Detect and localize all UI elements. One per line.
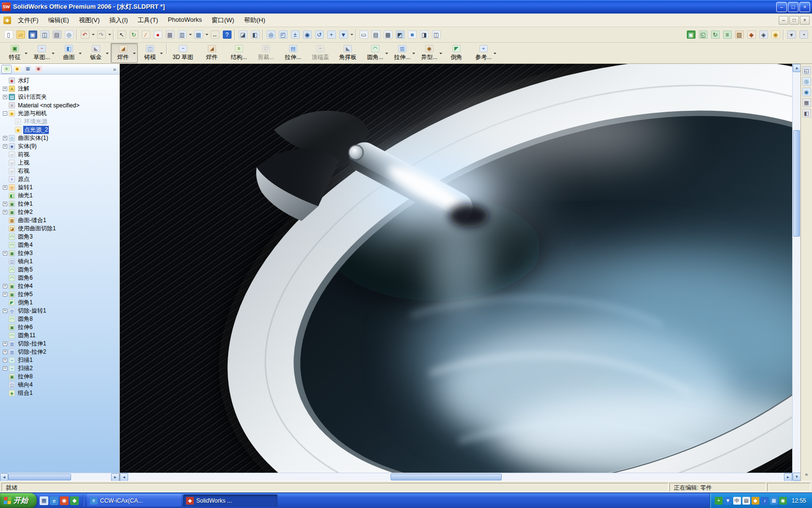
tray-item[interactable]: ▤ [742, 497, 750, 505]
scroll-track[interactable] [8, 473, 111, 481]
tree-item[interactable]: ◠ 圆角8 [1, 315, 119, 323]
redo-button[interactable]: ↷ [95, 29, 107, 41]
standard-views-button[interactable]: ▼ [337, 29, 349, 41]
tree-item[interactable]: ≡ Material <not specified> [1, 101, 119, 109]
tree-item[interactable]: + ~ 扫描2 [1, 364, 119, 373]
document-minimize-button[interactable]: – [779, 16, 788, 25]
selection-filter-button[interactable]: ▥ [176, 29, 188, 41]
end-cap-button[interactable]: ◓ 顶端盖 [308, 43, 335, 63]
menu-item-view[interactable]: 视图(V) [74, 14, 104, 27]
menu-item-photoworks[interactable]: PhotoWorks [163, 14, 207, 27]
chamfer-button[interactable]: ◤ 倒角 [444, 43, 471, 63]
tree-item[interactable]: + ▣ 拉伸4 [1, 282, 119, 290]
zoom-in-out-button[interactable]: ± [289, 29, 301, 41]
viewport-horizontal-scrollbar[interactable]: ◄ ► [120, 473, 792, 481]
features-toolbar-button[interactable]: ▣ 特征 [2, 43, 29, 63]
scroll-right-icon[interactable]: ► [111, 473, 119, 481]
tray-item[interactable]: ◉ [779, 497, 787, 505]
shaded-with-edges-button[interactable]: ◩ [394, 29, 406, 41]
tree-item[interactable]: ◠ 圆角11 [1, 331, 119, 340]
tree-item[interactable]: ▣ 拉伸8 [1, 373, 119, 381]
hidden-lines-visible-button[interactable]: ▤ [370, 29, 382, 41]
tree-item[interactable]: ◠ 圆角3 [1, 233, 119, 241]
trim-extend-button[interactable]: ∅ 剪裁... [254, 43, 281, 63]
photoworks-render-area-button[interactable]: ◱ [697, 29, 709, 41]
expand-toggle-icon[interactable]: + [3, 251, 7, 255]
tree-item[interactable]: ▱ 前视 [1, 150, 119, 159]
print-button[interactable]: ▤ [51, 29, 63, 41]
mold-tools-toolbar-button[interactable]: ◫ 铸模 [138, 43, 165, 63]
tray-item[interactable]: ▦ [770, 497, 778, 505]
hide-show-edges-button[interactable]: ◪ [237, 29, 249, 41]
photoworks-scene-button[interactable]: ▨ [733, 29, 745, 41]
texture-button[interactable]: ▩ [164, 29, 176, 41]
quick-launch-item[interactable]: ◉ [60, 496, 69, 505]
tree-item[interactable]: ◪ 使用曲面切除1 [1, 224, 119, 233]
scroll-up-icon[interactable]: ▲ [793, 64, 801, 72]
reference-geometry-button[interactable]: + 参考... [471, 43, 498, 63]
expand-toggle-icon[interactable]: + [3, 144, 7, 149]
rebuild-button[interactable]: ↻ [128, 29, 140, 41]
panel-tab[interactable]: ◉ [33, 65, 44, 74]
tree-item[interactable]: ◠ 圆角6 [1, 274, 119, 282]
panel-tab[interactable]: ◆ [12, 65, 22, 74]
tree-item[interactable]: ◉ 点光源_2 [8, 126, 119, 134]
expand-toggle-icon[interactable]: + [3, 292, 7, 297]
scroll-track[interactable] [793, 72, 800, 473]
tree-item[interactable]: + ◇ 曲面实体(1) [1, 134, 119, 142]
tree-item[interactable]: + ▣ 拉伸1 [1, 200, 119, 208]
panel-tab[interactable]: ≡ [1, 65, 12, 74]
expand-toggle-icon[interactable]: - [3, 111, 7, 116]
strip-collapse-chevron-icon[interactable]: « [805, 471, 808, 477]
rotate-view-button[interactable]: ↺ [313, 29, 325, 41]
tree-item[interactable]: ○ 环境光源 [8, 118, 119, 126]
tree-item[interactable]: + ▥ 切除-拉伸2 [1, 348, 119, 356]
pan-view-button[interactable]: + [325, 29, 337, 41]
photoworks-decals-button[interactable]: ◈ [757, 29, 769, 41]
tree-item[interactable]: + A 注解 [1, 85, 119, 93]
expand-toggle-icon[interactable]: + [3, 350, 7, 354]
expand-toggle-icon[interactable]: + [3, 136, 7, 140]
menu-item-help[interactable]: 帮助(H) [239, 14, 270, 27]
expand-toggle-icon[interactable]: + [3, 366, 7, 371]
expand-toggle-icon[interactable]: + [3, 87, 7, 91]
expand-toggle-icon[interactable]: + [3, 202, 7, 206]
tree-item[interactable]: + ▣ 拉伸5 [1, 290, 119, 299]
extruded-cut-button[interactable]: ▥ 拉伸... [390, 43, 417, 63]
scroll-thumb[interactable] [8, 474, 71, 480]
strip-button[interactable]: ◱ [802, 66, 811, 75]
photoworks-render-last-button[interactable]: ↻ [709, 29, 721, 41]
photoworks-lighting-button[interactable]: ◉ [769, 29, 782, 41]
tree-item[interactable]: ◆ 水灯 [1, 76, 119, 85]
panel-tab[interactable]: ▦ [23, 65, 33, 74]
expand-toggle-icon[interactable]: + [3, 309, 7, 313]
tree-item[interactable]: ▱ 右视 [1, 167, 119, 175]
sketch-grid-button[interactable]: ▦ [192, 29, 204, 41]
task-solidworks[interactable]: ◆ SolidWorks ... [183, 494, 277, 507]
tray-item[interactable]: + [715, 497, 723, 505]
print-preview-button[interactable]: ◎ [63, 29, 75, 41]
new-document-button[interactable]: ▯ [2, 29, 14, 41]
gusset-button[interactable]: ◣ 角撑板 [335, 43, 363, 63]
tree-item[interactable]: ▣ 拉伸6 [1, 323, 119, 331]
tree-item[interactable]: ◫ 镜向4 [1, 381, 119, 389]
surfaces-toolbar-button[interactable]: ◧ 曲面 [57, 43, 84, 63]
zoom-to-area-button[interactable]: ◰ [277, 29, 289, 41]
tree-item[interactable]: ◠ 圆角4 [1, 241, 119, 249]
open-document-button[interactable]: ▱ [14, 29, 27, 41]
scroll-left-icon[interactable]: ◄ [120, 473, 128, 481]
render-settings-button[interactable]: ◔ [798, 29, 810, 41]
scroll-thumb[interactable] [793, 130, 800, 237]
weldments-toolbar-button[interactable]: ◢ 焊件 [111, 43, 138, 63]
scroll-thumb[interactable] [391, 474, 502, 480]
tree-item[interactable]: ▦ 曲面-缝合1 [1, 216, 119, 224]
tree-item[interactable]: + ▣ 拉伸2 [1, 208, 119, 216]
strip-button[interactable]: ◉ [802, 88, 811, 96]
photoworks-options-button[interactable]: ≡ [721, 29, 733, 41]
start-button[interactable]: 开始 [0, 493, 37, 508]
minimize-button[interactable]: – [776, 2, 787, 12]
hidden-lines-removed-button[interactable]: ▦ [382, 29, 394, 41]
undo-button[interactable]: ↶ [79, 29, 91, 41]
render-to-file-button[interactable]: ▾ [785, 29, 798, 41]
tray-item[interactable]: ♪ [761, 497, 768, 505]
